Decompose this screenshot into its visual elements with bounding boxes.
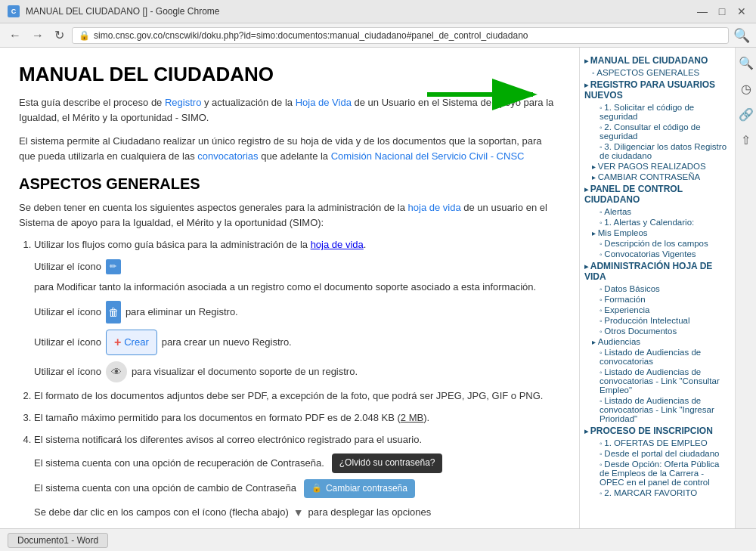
cambiar-contraseña-button[interactable]: 🔒 Cambiar contraseña bbox=[304, 479, 415, 498]
list-item: Utilizar el ícono 🗑 para eliminar un Reg… bbox=[34, 301, 560, 323]
sidebar-item-basicos[interactable]: Datos Básicos bbox=[584, 283, 730, 294]
intro-paragraph-1: Esta guía describe el proceso de Registr… bbox=[19, 95, 560, 125]
sidebar-item-manual[interactable]: MANUAL DEL CIUDADANO bbox=[584, 54, 730, 67]
list-item: El formato de los documentos adjuntos de… bbox=[34, 388, 560, 404]
page-title: MANUAL DEL CIUDADANO bbox=[19, 63, 560, 86]
sidebar-item-produccion[interactable]: Producción Intelectual bbox=[584, 315, 730, 326]
section-title: ASPECTOS GENERALES bbox=[19, 175, 560, 193]
crear-button[interactable]: + Crear bbox=[106, 330, 157, 355]
sidebar-item-codigo2[interactable]: 2. Consultar el código de seguridad bbox=[584, 122, 730, 141]
window-controls[interactable]: — □ ✕ bbox=[696, 5, 748, 18]
sidebar-item-proceso[interactable]: PROCESO DE INSCRIPCION bbox=[584, 424, 730, 438]
sidebar-item-marcar[interactable]: 2. MARCAR FAVORITO bbox=[584, 488, 730, 498]
lock-icon: 🔒 bbox=[79, 30, 90, 41]
sidebar-item-audiencias[interactable]: Audiencias bbox=[584, 336, 730, 347]
crear-label: Crear bbox=[124, 335, 149, 351]
sidebar-item-empleos[interactable]: Mis Empleos bbox=[584, 228, 730, 238]
taskbar-word-item[interactable]: Documento1 - Word bbox=[8, 533, 108, 544]
arrow-down-icon: ▼ bbox=[293, 504, 304, 521]
title-bar: C MANUAL DEL CIUDADANO [] - Google Chrom… bbox=[0, 0, 756, 23]
search-button[interactable]: 🔍 bbox=[733, 27, 750, 44]
sidebar-item-codigo1[interactable]: 1. Solicitar el código de seguridad bbox=[584, 102, 730, 122]
toolbar-link-button[interactable]: 🔗 bbox=[737, 105, 755, 123]
toolbar-up-button[interactable]: ⇧ bbox=[737, 131, 755, 149]
sidebar-item-alertas1[interactable]: 1. Alertas y Calendario: bbox=[584, 217, 730, 228]
sidebar-item-pagos[interactable]: VER PAGOS REALIZADOS bbox=[584, 161, 730, 172]
sidebar-navigation: MANUAL DEL CIUDADANO ASPECTOS GENERALES … bbox=[584, 54, 730, 498]
favicon-icon: C bbox=[8, 5, 20, 17]
taskbar: Documento1 - Word bbox=[0, 528, 756, 543]
trash-icon: 🗑 bbox=[106, 301, 121, 323]
sidebar-item-listado1[interactable]: Listado de Audiencias de convocatorias bbox=[584, 347, 730, 367]
section-intro: Se deben tener en cuenta los siguientes … bbox=[19, 200, 560, 230]
main-content: MANUAL DEL CIUDADANO Esta guía describe … bbox=[0, 48, 580, 543]
list-item: Utilizar el ícono + Crear para crear un … bbox=[34, 330, 560, 355]
sidebar-item-portal[interactable]: Desde el portal del ciudadano bbox=[584, 448, 730, 459]
pencil-icon: ✏ bbox=[106, 259, 121, 274]
aspects-list: Utilizar los flujos como guía básica par… bbox=[34, 237, 560, 521]
sidebar-item-aspectos[interactable]: ASPECTOS GENERALES bbox=[584, 67, 730, 78]
sidebar-item-opec[interactable]: Desde Opción: Oferta Pública de Empleos … bbox=[584, 459, 730, 488]
close-button[interactable]: ✕ bbox=[735, 5, 748, 18]
cambiar-label: Cambiar contraseña bbox=[326, 481, 407, 496]
list-item: El sistema cuenta con una opción de camb… bbox=[34, 479, 560, 498]
sidebar-item-formacion[interactable]: Formación bbox=[584, 294, 730, 305]
lock-icon: 🔒 bbox=[311, 481, 322, 495]
address-bar[interactable]: 🔒 simo.cnsc.gov.co/cnscwiki/doku.php?id=… bbox=[72, 27, 729, 44]
password-recovery-badge: ¿Olvidó su contraseña? bbox=[332, 453, 443, 472]
sidebar-item-experiencia[interactable]: Experiencia bbox=[584, 305, 730, 315]
view-icon: 👁 bbox=[106, 361, 127, 382]
sidebar-item-listado3[interactable]: Listado de Audiencias de convocatorias -… bbox=[584, 395, 730, 424]
reload-button[interactable]: ↻ bbox=[51, 26, 67, 44]
sidebar-item-descripcion[interactable]: Descripción de los campos bbox=[584, 238, 730, 249]
sidebar-item-admin[interactable]: ADMINISTRACIÓN HOJA DE VIDA bbox=[584, 259, 730, 283]
toolbar-clock-button[interactable]: ◷ bbox=[737, 79, 755, 98]
browser-chrome: C MANUAL DEL CIUDADANO [] - Google Chrom… bbox=[0, 0, 756, 48]
list-item: Utilizar el ícono ✏ para Modificar tanto… bbox=[34, 259, 560, 296]
sidebar-item-convocatorias[interactable]: Convocatorias Vigentes bbox=[584, 249, 730, 259]
content-wrapper: MANUAL DEL CIUDADANO Esta guía describe … bbox=[0, 48, 756, 543]
sidebar-item-datos[interactable]: 3. Diligenciar los datos Registro de ciu… bbox=[584, 141, 730, 161]
toolbar-search-button[interactable]: 🔍 bbox=[737, 54, 755, 72]
browser-title: MANUAL DEL CIUDADANO [] - Google Chrome bbox=[26, 6, 696, 17]
maximize-button[interactable]: □ bbox=[715, 5, 729, 18]
list-item: Se debe dar clic en los campos con el íc… bbox=[34, 504, 560, 521]
right-toolbar: 🔍 ◷ 🔗 ⇧ bbox=[735, 48, 756, 543]
intro-paragraph-2: El sistema permite al Ciudadano realizar… bbox=[19, 134, 560, 163]
sidebar-item-otros[interactable]: Otros Documentos bbox=[584, 326, 730, 336]
sidebar-item-panel[interactable]: PANEL DE CONTROL CIUDADANO bbox=[584, 182, 730, 206]
list-item: El sistema notificará los diferentes avi… bbox=[34, 432, 560, 448]
sidebar-item-alertas[interactable]: Alertas bbox=[584, 206, 730, 217]
forward-button[interactable]: → bbox=[29, 27, 47, 44]
url-text: simo.cnsc.gov.co/cnscwiki/doku.php?id=si… bbox=[94, 30, 528, 41]
right-sidebar: MANUAL DEL CIUDADANO ASPECTOS GENERALES … bbox=[580, 48, 735, 543]
list-item: Utilizar el ícono 👁 para visualizar el d… bbox=[34, 361, 560, 382]
list-item: El tamaño máximo permitido para los docu… bbox=[34, 410, 560, 426]
sidebar-item-listado2[interactable]: Listado de Audiencias de convocatorias -… bbox=[584, 367, 730, 395]
sidebar-item-ofertas[interactable]: 1. OFERTAS DE EMPLEO bbox=[584, 438, 730, 448]
back-button[interactable]: ← bbox=[6, 27, 24, 44]
minimize-button[interactable]: — bbox=[696, 5, 709, 18]
list-item: El sistema cuenta con una opción de recu… bbox=[34, 453, 560, 472]
sidebar-item-cambiar[interactable]: CAMBIAR CONTRASEÑA bbox=[584, 172, 730, 182]
address-bar-row: ← → ↻ 🔒 simo.cnsc.gov.co/cnscwiki/doku.p… bbox=[0, 23, 756, 47]
list-item: Utilizar los flujos como guía básica par… bbox=[34, 237, 560, 253]
sidebar-item-registro[interactable]: REGISTRO PARA USUARIOS NUEVOS bbox=[584, 78, 730, 102]
